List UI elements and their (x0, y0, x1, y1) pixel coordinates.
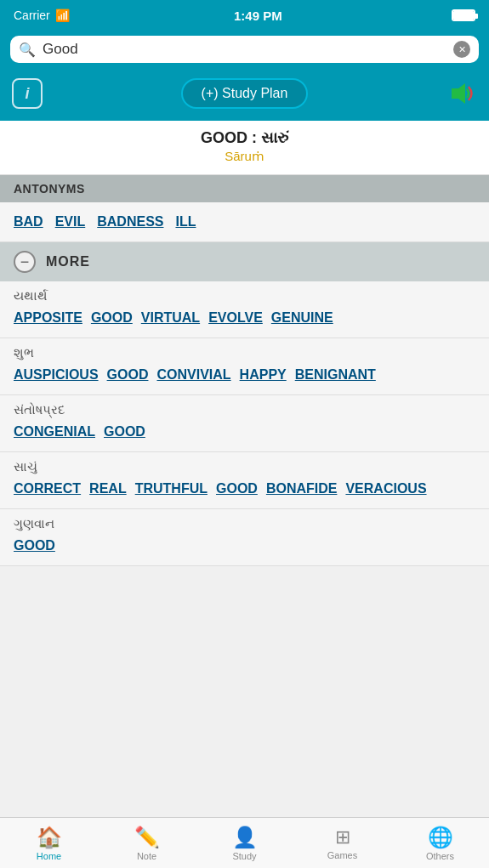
tab-bar: 🏠 Home ✏️ Note 👤 Study ⊞ Games 🌐 Others (0, 817, 489, 868)
category-label-3: સાચું (0, 452, 489, 478)
word-link[interactable]: BENIGNANT (295, 367, 376, 383)
info-button[interactable]: i (12, 78, 43, 109)
word-link[interactable]: CORRECT (14, 481, 81, 496)
category-words-2: CONGENIAL GOOD (0, 421, 489, 451)
category-label-1: શુભ (0, 338, 489, 364)
category-label-2: સંતોષપ્રદ (0, 395, 489, 421)
word-link[interactable]: TRUTHFUL (135, 481, 208, 496)
tab-home[interactable]: 🏠 Home (0, 825, 98, 861)
category-words-0: APPOSITE GOOD VIRTUAL EVOLVE GENUINE (0, 307, 489, 338)
tab-study[interactable]: 👤 Study (196, 825, 293, 861)
antonyms-section-header: ANTONYMS (0, 175, 489, 202)
category-block-0: યથાર્થ APPOSITE GOOD VIRTUAL EVOLVE GENU… (0, 281, 489, 338)
antonyms-row: BAD EVIL BADNESS ILL (0, 202, 489, 242)
tab-others-label: Others (426, 851, 454, 861)
speaker-icon (446, 78, 477, 109)
word-link[interactable]: VERACIOUS (345, 481, 426, 496)
word-link[interactable]: GOOD (216, 481, 258, 496)
status-bar: Carrier 📶 1:49 PM (0, 0, 489, 31)
word-link[interactable]: CONGENIAL (14, 424, 95, 440)
word-link[interactable]: VIRTUAL (141, 310, 200, 326)
category-label-0: યથાર્થ (0, 281, 489, 307)
search-icon: 🔍 (19, 42, 36, 58)
tab-note-label: Note (137, 851, 156, 861)
word-link[interactable]: GOOD (107, 367, 149, 383)
tab-games-label: Games (327, 850, 357, 860)
word-header: GOOD : સારું Sāruṁ (0, 121, 489, 175)
antonym-ill[interactable]: ILL (175, 214, 196, 230)
carrier-text: Carrier (14, 9, 50, 22)
word-link[interactable]: APPOSITE (14, 310, 82, 326)
word-link-convivial[interactable]: CONVIVIAL (156, 367, 230, 383)
study-plan-button[interactable]: (+) Study Plan (181, 78, 309, 109)
search-bar: 🔍 (0, 31, 489, 71)
category-words-3: CORRECT REAL TRUTHFUL GOOD BONAFIDE VERA… (0, 478, 489, 508)
tab-note[interactable]: ✏️ Note (98, 825, 196, 861)
tab-games[interactable]: ⊞ Games (293, 826, 391, 860)
word-link[interactable]: AUSPICIOUS (14, 367, 99, 383)
content-scroll: ANTONYMS BAD EVIL BADNESS ILL − MORE યથા… (0, 175, 489, 626)
category-block-2: સંતોષપ્રદ CONGENIAL GOOD (0, 395, 489, 452)
category-words-1: AUSPICIOUS GOOD CONVIVIAL HAPPY BENIGNAN… (0, 364, 489, 394)
action-bar: i (+) Study Plan (0, 71, 489, 121)
time-display: 1:49 PM (234, 9, 282, 23)
carrier-label: Carrier 📶 (14, 9, 70, 22)
word-link[interactable]: GENUINE (271, 310, 333, 326)
word-link[interactable]: GOOD (14, 538, 55, 553)
tab-home-label: Home (37, 851, 61, 861)
home-icon: 🏠 (37, 825, 62, 849)
word-link[interactable]: GOOD (104, 424, 145, 440)
more-label: MORE (46, 254, 90, 269)
study-icon: 👤 (232, 825, 258, 849)
antonym-badness[interactable]: BADNESS (97, 214, 163, 230)
tab-others[interactable]: 🌐 Others (391, 825, 489, 861)
category-label-4: ગુણવાન (0, 509, 489, 535)
battery-icon (452, 9, 475, 21)
minus-button[interactable]: − (14, 251, 36, 273)
sound-button[interactable] (446, 78, 477, 109)
word-title: GOOD : સારું (14, 129, 475, 147)
category-words-4: GOOD (0, 535, 489, 565)
word-subtitle: Sāruṁ (14, 149, 475, 164)
word-link[interactable]: GOOD (91, 310, 133, 326)
antonym-evil[interactable]: EVIL (55, 214, 86, 230)
word-link[interactable]: HAPPY (240, 367, 287, 383)
more-header[interactable]: − MORE (0, 242, 489, 281)
note-icon: ✏️ (134, 825, 160, 849)
category-block-4: ગુણવાન GOOD (0, 509, 489, 566)
word-link[interactable]: EVOLVE (208, 310, 263, 326)
search-clear-button[interactable] (453, 41, 470, 58)
search-input[interactable] (43, 41, 446, 58)
search-input-wrapper: 🔍 (10, 36, 479, 63)
tab-study-label: Study (232, 851, 256, 861)
battery-area (446, 9, 475, 21)
battery-fill (453, 11, 474, 20)
games-icon: ⊞ (335, 826, 350, 848)
others-icon: 🌐 (428, 825, 453, 849)
word-link[interactable]: BONAFIDE (266, 481, 338, 496)
word-link[interactable]: REAL (89, 481, 127, 496)
antonym-bad[interactable]: BAD (14, 214, 43, 230)
svg-marker-0 (452, 83, 465, 104)
wifi-icon: 📶 (55, 9, 70, 22)
category-block-3: સાચું CORRECT REAL TRUTHFUL GOOD BONAFID… (0, 452, 489, 509)
category-block-1: શુભ AUSPICIOUS GOOD CONVIVIAL HAPPY BENI… (0, 338, 489, 395)
